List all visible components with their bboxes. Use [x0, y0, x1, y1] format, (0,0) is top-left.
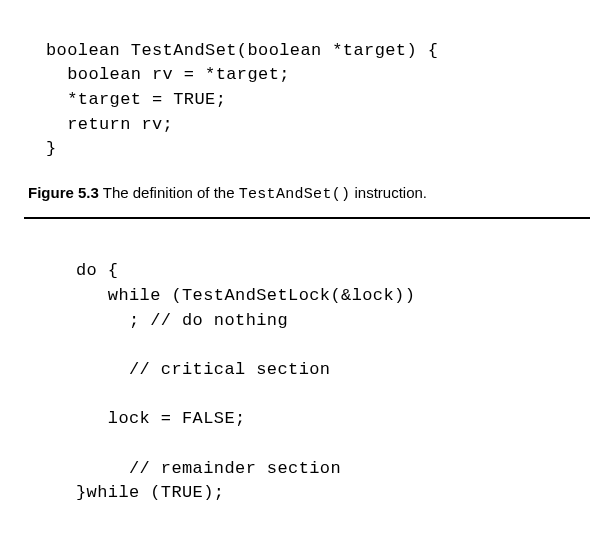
- code-line: *target = TRUE;: [46, 90, 226, 109]
- code-line: boolean rv = *target;: [46, 65, 290, 84]
- page-content: boolean TestAndSet(boolean *target) { bo…: [0, 0, 614, 535]
- code-line: while (TestAndSetLock(&lock)): [76, 286, 415, 305]
- figure-5-3-code: boolean TestAndSet(boolean *target) { bo…: [46, 14, 590, 162]
- code-line: }while (TRUE);: [76, 483, 224, 502]
- caption-code: TestAndSet(): [239, 186, 351, 203]
- caption-text: instruction.: [350, 184, 427, 201]
- code-line: lock = FALSE;: [76, 409, 246, 428]
- figure-label: Figure 5.3: [28, 184, 99, 201]
- figure-5-3-caption: Figure 5.3 The definition of the TestAnd…: [28, 184, 590, 203]
- code-line: ; // do nothing: [76, 311, 288, 330]
- code-line: return rv;: [46, 115, 173, 134]
- figure-5-4-code: do { while (TestAndSetLock(&lock)) ; // …: [76, 235, 590, 506]
- code-line: do {: [76, 261, 118, 280]
- code-line: // critical section: [76, 360, 330, 379]
- divider: [24, 217, 590, 219]
- caption-text: The definition of the: [99, 184, 239, 201]
- code-line: boolean TestAndSet(boolean *target) {: [46, 41, 438, 60]
- code-line: }: [46, 139, 57, 158]
- code-line: // remainder section: [76, 459, 341, 478]
